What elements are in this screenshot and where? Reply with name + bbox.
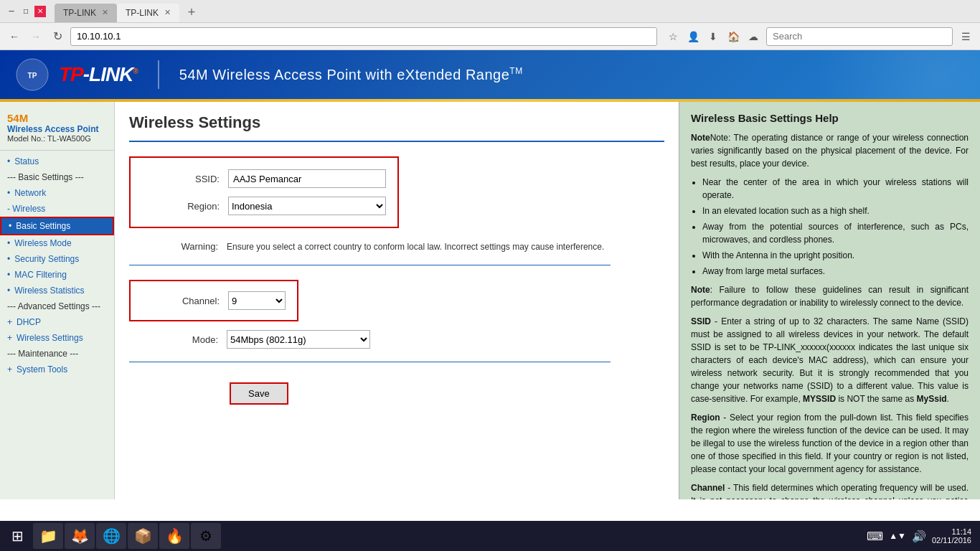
forward-button[interactable]: →	[27, 28, 44, 45]
clock-time: 11:14	[932, 527, 971, 536]
sidebar-item-wireless-mode[interactable]: • Wireless Mode	[0, 235, 114, 251]
taskbar-firefox-alt[interactable]: 🔥	[159, 523, 189, 549]
tab-2-close[interactable]: ✕	[164, 8, 171, 17]
channel-bold: Channel	[691, 483, 725, 493]
title-bar: ─ □ ✕ TP-LINK ✕ TP-LINK ✕ +	[0, 0, 980, 23]
sidebar-item-mac-filtering[interactable]: • MAC Filtering	[0, 267, 114, 283]
dot-icon: •	[7, 156, 10, 166]
section-label: --- Advanced Settings ---	[7, 301, 100, 311]
new-tab-button[interactable]: +	[182, 4, 201, 22]
logo-area: TP TP-LINK® 54M Wireless Access Point wi…	[14, 57, 523, 93]
form-divider-1	[129, 265, 611, 265]
sidebar-label: - Wireless	[7, 204, 45, 214]
content-divider	[129, 141, 664, 142]
note2-bold: Note	[691, 285, 710, 295]
ssid-bold: SSID	[691, 316, 711, 326]
tab-1[interactable]: TP-LINK ✕	[55, 4, 117, 22]
taskbar-firefox[interactable]: 🦊	[65, 523, 95, 549]
reload-button[interactable]: ↻	[49, 28, 66, 45]
ssid-row: SSID:	[142, 165, 386, 192]
sidebar-section-advanced: --- Advanced Settings ---	[0, 298, 114, 314]
help-note1: NoteNote: The operating distance or rang…	[691, 131, 969, 170]
system-tray: ⌨ ▲▼ 🔊 11:14 02/11/2016	[861, 527, 977, 545]
search-input[interactable]	[766, 27, 953, 46]
device-type: Wireless Access Point	[7, 124, 107, 134]
region-row: Region: Indonesia United States Japan Eu…	[142, 192, 386, 220]
home-icon[interactable]: 🏠	[725, 28, 742, 45]
sidebar-item-dhcp[interactable]: + DHCP	[0, 314, 114, 330]
save-button[interactable]: Save	[230, 382, 288, 405]
taskbar-settings[interactable]: ⚙	[191, 523, 221, 549]
dot-icon: •	[7, 286, 10, 296]
myssid-bold: MYSSID	[803, 394, 836, 404]
warning-row: Warning: Ensure you select a correct cou…	[141, 237, 664, 256]
sidebar-section-basic: --- Basic Settings ---	[0, 169, 114, 185]
help-bullets: Near the center of the area in which you…	[702, 176, 969, 278]
sidebar-label: Wireless Statistics	[14, 286, 84, 296]
channel-value: 1234 5678 91011 1213	[228, 291, 286, 310]
taskbar: ⊞ 📁 🦊 🌐 📦 🔥 ⚙ ⌨ ▲▼ 🔊 11:14 02/11/2016	[0, 521, 980, 551]
sidebar-label: Wireless Settings	[17, 333, 83, 343]
tab-2[interactable]: TP-LINK ✕	[117, 4, 179, 22]
mode-row: Mode: 54Mbps (802.11g) 11Mbps (802.11b) …	[141, 326, 664, 353]
device-info: 54M Wireless Access Point Model No.: TL-…	[0, 108, 114, 151]
header-divider	[158, 60, 159, 89]
download-icon[interactable]: ⬇	[705, 28, 722, 45]
taskbar-file-explorer[interactable]: 📁	[33, 523, 63, 549]
taskbar-chrome[interactable]: 🌐	[96, 523, 126, 549]
sidebar-item-basic-settings[interactable]: • Basic Settings	[0, 217, 114, 235]
sidebar-item-wireless-stats[interactable]: • Wireless Statistics	[0, 283, 114, 298]
region-select[interactable]: Indonesia United States Japan Europe Oth…	[228, 197, 386, 215]
brand-logo: TP-LINK®	[59, 63, 138, 86]
sidebar-item-system-tools[interactable]: + System Tools	[0, 362, 114, 377]
tab-bar: TP-LINK ✕ TP-LINK ✕ +	[52, 1, 974, 22]
sidebar-item-network[interactable]: • Network	[0, 185, 114, 201]
address-input[interactable]	[70, 27, 657, 46]
sidebar: 54M Wireless Access Point Model No.: TL-…	[0, 102, 115, 499]
channel-select[interactable]: 1234 5678 91011 1213	[228, 291, 286, 310]
sidebar-item-security[interactable]: • Security Settings	[0, 251, 114, 267]
help-title: Wireless Basic Settings Help	[691, 112, 969, 124]
region-bold: Region	[691, 413, 720, 423]
dot-icon: •	[7, 188, 10, 198]
help-region: Region - Select your region from the pul…	[691, 411, 969, 476]
warning-label: Warning:	[141, 241, 227, 252]
bookmark-icon[interactable]: ☆	[664, 28, 682, 45]
network-icon: ▲▼	[889, 531, 906, 541]
tm-mark: TM	[509, 66, 522, 76]
back-button[interactable]: ←	[6, 28, 23, 45]
dot-icon: •	[9, 221, 11, 231]
ssid-label: SSID:	[142, 174, 228, 184]
sidebar-label: System Tools	[17, 364, 67, 375]
sidebar-item-wireless[interactable]: - Wireless	[0, 201, 114, 217]
window-controls: ─ □ ✕	[6, 6, 46, 17]
reader-icon[interactable]: 👤	[684, 28, 702, 45]
sidebar-label: Network	[14, 188, 46, 198]
pocket-icon[interactable]: ☁	[745, 28, 762, 45]
close-button[interactable]: ✕	[34, 6, 46, 17]
mode-label: Mode:	[141, 334, 227, 345]
tab-1-close[interactable]: ✕	[102, 8, 108, 17]
menu-icon[interactable]: ☰	[957, 28, 974, 45]
ssid-input[interactable]	[228, 169, 386, 188]
sidebar-label: Wireless Mode	[14, 238, 71, 248]
mode-select[interactable]: 54Mbps (802.11g) 11Mbps (802.11b) 108Mbp…	[227, 330, 370, 349]
channel-label: Channel:	[142, 296, 228, 306]
dot-icon: +	[7, 317, 12, 327]
channel-row: Channel: 1234 5678 91011 1213	[142, 287, 286, 314]
dot-icon: •	[7, 238, 10, 248]
sidebar-item-status[interactable]: • Status	[0, 154, 114, 169]
minimize-button[interactable]: ─	[6, 6, 17, 17]
help-ssid: SSID - Enter a string of up to 32 charac…	[691, 315, 969, 405]
clock-date: 02/11/2016	[932, 536, 971, 545]
sidebar-item-wireless-settings[interactable]: + Wireless Settings	[0, 330, 114, 346]
address-bar-row: ← → ↻ ☆ 👤 ⬇ 🏠 ☁ ☰	[0, 23, 980, 50]
taskbar-virtualbox[interactable]: 📦	[128, 523, 158, 549]
start-button[interactable]: ⊞	[3, 523, 32, 549]
help-note2: Note: Failure to follow these guidelines…	[691, 283, 969, 309]
sidebar-label: Basic Settings	[16, 221, 70, 231]
maximize-button[interactable]: □	[20, 6, 32, 17]
dot-icon: •	[7, 254, 10, 264]
myssid2-bold: MySsid	[917, 394, 947, 404]
dot-icon: +	[7, 333, 12, 343]
